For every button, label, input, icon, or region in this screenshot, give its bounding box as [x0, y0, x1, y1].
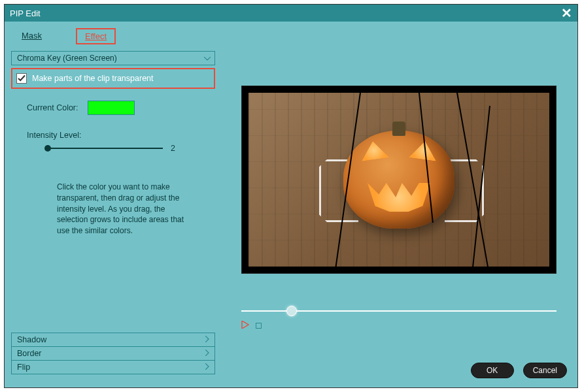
chevron-down-icon — [204, 54, 211, 63]
play-icon[interactable] — [241, 319, 249, 331]
preview-box[interactable] — [241, 86, 556, 274]
chevron-right-icon — [205, 363, 209, 372]
transparency-checkbox[interactable] — [16, 73, 27, 84]
accordion-border-label: Border — [17, 349, 42, 358]
tabs: Mask Effect — [11, 28, 215, 44]
playback-controls — [241, 319, 570, 331]
timeline-slider[interactable] — [241, 310, 556, 312]
left-panel: Mask Effect Chroma Key (Green Screen) Ma… — [5, 22, 222, 387]
intensity-block: Intensity Level: 2 — [11, 131, 215, 153]
effect-dropdown[interactable]: Chroma Key (Green Screen) — [11, 51, 215, 65]
ok-button[interactable]: OK — [471, 363, 514, 378]
cancel-button[interactable]: Cancel — [523, 363, 567, 378]
accordion-shadow[interactable]: Shadow — [11, 333, 215, 347]
preview-image — [248, 93, 549, 267]
window-title: PIP Edit — [10, 8, 41, 18]
pumpkin-stem — [392, 122, 405, 136]
stop-icon[interactable] — [256, 323, 262, 329]
close-icon[interactable]: ✕ — [561, 7, 572, 20]
accordion-border[interactable]: Border — [11, 346, 215, 361]
accordion-flip-label: Flip — [17, 363, 30, 372]
transparency-checkbox-row: Make parts of the clip transparent — [11, 68, 215, 89]
accordion-flip[interactable]: Flip — [11, 360, 215, 374]
transparency-checkbox-label: Make parts of the clip transparent — [32, 74, 154, 83]
pip-edit-window: PIP Edit ✕ Mask Effect Chroma Key (Green… — [4, 4, 578, 388]
content-area: Mask Effect Chroma Key (Green Screen) Ma… — [5, 22, 577, 387]
tab-mask[interactable]: Mask — [20, 28, 43, 44]
current-color-row: Current Color: — [11, 101, 215, 115]
accordion-group: Shadow Border Flip — [11, 333, 215, 374]
intensity-value: 2 — [171, 144, 179, 153]
titlebar: PIP Edit ✕ — [5, 5, 577, 22]
timeline-slider-container — [241, 310, 556, 312]
chevron-right-icon — [205, 349, 209, 358]
intensity-slider-thumb[interactable] — [44, 145, 51, 152]
help-text: Click the color you want to make transpa… — [11, 182, 215, 237]
timeline-slider-thumb[interactable] — [286, 306, 297, 316]
intensity-slider[interactable] — [45, 148, 163, 149]
intensity-label: Intensity Level: — [27, 131, 215, 140]
right-panel: OK Cancel — [222, 22, 577, 387]
intensity-slider-row: 2 — [27, 144, 215, 153]
footer-buttons: OK Cancel — [471, 363, 567, 378]
tab-effect[interactable]: Effect — [76, 28, 116, 44]
current-color-swatch[interactable] — [88, 101, 135, 115]
chevron-right-icon — [205, 335, 209, 344]
pumpkin-graphic — [343, 131, 454, 229]
dropdown-selected: Chroma Key (Green Screen) — [17, 54, 117, 63]
pumpkin-mouth — [368, 183, 430, 212]
current-color-label: Current Color: — [27, 103, 78, 112]
accordion-shadow-label: Shadow — [17, 335, 46, 344]
